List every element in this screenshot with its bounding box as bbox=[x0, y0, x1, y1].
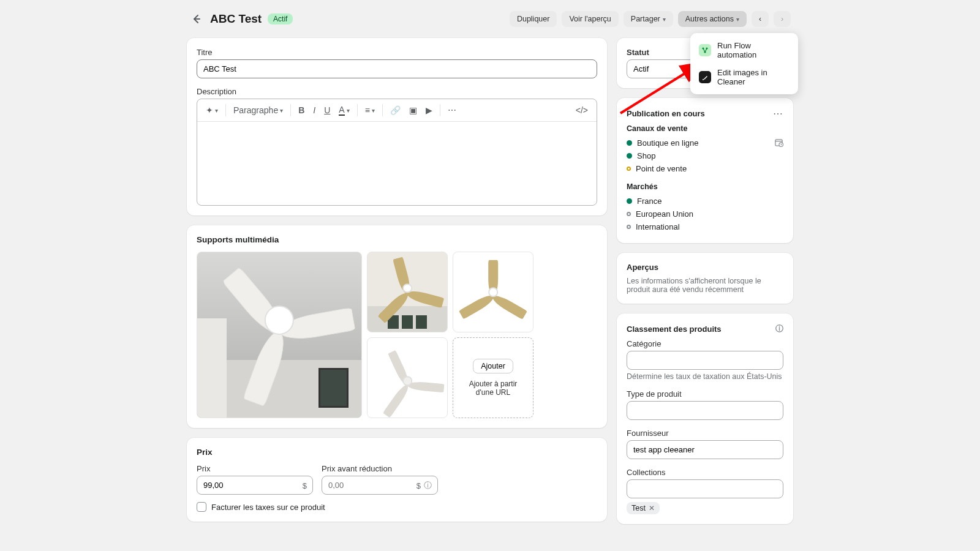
underline-icon: U bbox=[324, 105, 330, 115]
rte-video[interactable]: ▶ bbox=[422, 103, 436, 118]
status-dot-hollow bbox=[627, 225, 631, 229]
chevron-left-icon: ‹ bbox=[759, 15, 761, 23]
collections-input[interactable] bbox=[627, 479, 783, 498]
description-editor: ✦▾ Paragraphe▾ B I U A▾ ≡▾ 🔗 bbox=[197, 99, 597, 206]
chevron-down-icon: ▾ bbox=[347, 107, 350, 114]
preview-button[interactable]: Voir l'aperçu bbox=[562, 11, 618, 27]
market-international: International bbox=[627, 220, 783, 233]
arrow-left-icon bbox=[192, 14, 202, 24]
prev-product-button[interactable]: ‹ bbox=[752, 11, 769, 27]
description-field-label: Description bbox=[197, 87, 597, 96]
media-thumbnail-2[interactable] bbox=[367, 252, 448, 332]
channel-pos: Point de vente bbox=[627, 162, 783, 175]
menu-item-edit-in-cleaner[interactable]: Edit images in Cleaner bbox=[694, 64, 794, 91]
chevron-down-icon: ▾ bbox=[736, 16, 739, 23]
charge-tax-checkbox[interactable] bbox=[197, 502, 206, 512]
info-icon[interactable]: ⓘ bbox=[775, 323, 783, 334]
rte-image[interactable]: ▣ bbox=[405, 103, 421, 118]
more-icon: ⋯ bbox=[448, 105, 456, 115]
rte-toolbar: ✦▾ Paragraphe▾ B I U A▾ ≡▾ 🔗 bbox=[197, 99, 597, 122]
compare-price-label: Prix avant réduction bbox=[322, 464, 438, 473]
insights-card: Aperçus Les informations s'afficheront l… bbox=[617, 253, 793, 304]
more-actions-button[interactable]: Autres actions ▾ bbox=[678, 11, 747, 27]
schedule-icon[interactable] bbox=[774, 138, 783, 149]
rte-link[interactable]: 🔗 bbox=[386, 103, 404, 118]
text-color-icon: A bbox=[339, 105, 344, 116]
chevron-down-icon: ▾ bbox=[372, 107, 375, 114]
rte-ai-button[interactable]: ✦▾ bbox=[202, 103, 222, 118]
info-icon[interactable]: ⓘ bbox=[424, 480, 432, 491]
back-button[interactable] bbox=[189, 12, 204, 26]
pricing-card: Prix Prix $ Prix avant réduction $ bbox=[187, 438, 607, 522]
chevron-down-icon: ▾ bbox=[663, 16, 666, 23]
product-type-input[interactable] bbox=[627, 401, 783, 420]
publishing-card: Publication en cours ⋯ Canaux de vente B… bbox=[617, 98, 793, 243]
rte-color[interactable]: A▾ bbox=[335, 102, 353, 118]
product-type-label: Type de produit bbox=[627, 389, 783, 399]
publishing-more-button[interactable]: ⋯ bbox=[773, 108, 783, 119]
rte-editable-area[interactable] bbox=[197, 122, 597, 205]
svg-point-3 bbox=[703, 79, 704, 80]
next-product-button[interactable]: › bbox=[774, 11, 791, 27]
channel-name: Shop bbox=[637, 151, 655, 160]
media-add-tile[interactable]: Ajouter Ajouter à partir d'une URL bbox=[453, 337, 533, 418]
separator bbox=[357, 104, 358, 116]
media-card: Supports multimédia bbox=[187, 225, 607, 428]
market-name: International bbox=[636, 222, 680, 231]
category-label: Catégorie bbox=[627, 339, 783, 348]
title-input[interactable] bbox=[197, 59, 597, 78]
page-title: ABC Test bbox=[210, 12, 262, 26]
markets-label: Marchés bbox=[627, 182, 783, 191]
flow-app-icon bbox=[699, 44, 711, 56]
category-hint: Détermine les taux de taxation aux États… bbox=[627, 372, 783, 381]
media-add-button[interactable]: Ajouter bbox=[473, 359, 513, 373]
pricing-heading: Prix bbox=[197, 448, 597, 457]
rte-html[interactable]: </> bbox=[572, 103, 592, 118]
rte-paragraph-select[interactable]: Paragraphe▾ bbox=[230, 103, 287, 118]
menu-item-run-flow[interactable]: Run Flow automation bbox=[694, 37, 794, 64]
duplicate-button[interactable]: Dupliquer bbox=[510, 11, 557, 27]
share-button[interactable]: Partager ▾ bbox=[624, 11, 673, 27]
status-dot-yellow bbox=[627, 167, 631, 171]
italic-icon: I bbox=[313, 105, 315, 115]
publishing-heading: Publication en cours bbox=[627, 109, 705, 118]
status-dot-green bbox=[627, 198, 632, 204]
media-add-from-url[interactable]: Ajouter à partir d'une URL bbox=[453, 380, 533, 397]
cleaner-app-icon bbox=[699, 71, 711, 83]
video-icon: ▶ bbox=[426, 105, 432, 115]
rte-more[interactable]: ⋯ bbox=[444, 103, 460, 118]
separator bbox=[290, 104, 291, 116]
rte-align[interactable]: ≡▾ bbox=[361, 103, 379, 118]
chevron-down-icon: ▾ bbox=[215, 107, 218, 114]
currency-symbol: $ bbox=[417, 481, 421, 490]
media-thumbnail-4[interactable] bbox=[367, 337, 448, 418]
market-eu: European Union bbox=[627, 208, 783, 220]
title-description-card: Titre Description ✦▾ Paragraphe▾ B I bbox=[187, 38, 607, 216]
rte-italic[interactable]: I bbox=[309, 103, 319, 118]
sparkle-icon: ✦ bbox=[206, 105, 213, 115]
category-input[interactable] bbox=[627, 351, 783, 370]
rte-underline[interactable]: U bbox=[320, 103, 334, 118]
bold-icon: B bbox=[298, 105, 304, 115]
vendor-label: Fournisseur bbox=[627, 429, 783, 438]
price-input[interactable] bbox=[197, 476, 313, 495]
more-actions-label: Autres actions bbox=[685, 15, 734, 23]
chevron-down-icon: ▾ bbox=[280, 107, 283, 114]
code-icon: </> bbox=[576, 105, 588, 115]
vendor-input[interactable] bbox=[627, 440, 783, 459]
channel-name: Point de vente bbox=[636, 164, 687, 173]
more-actions-menu: Run Flow automation Edit images in Clean… bbox=[690, 33, 798, 94]
align-icon: ≡ bbox=[365, 105, 370, 115]
menu-item-label: Edit images in Cleaner bbox=[717, 68, 790, 86]
chevron-right-icon: › bbox=[781, 15, 783, 23]
image-icon: ▣ bbox=[409, 105, 417, 115]
market-name: European Union bbox=[636, 209, 693, 219]
collection-tag: Test ✕ bbox=[627, 502, 660, 514]
insights-heading: Aperçus bbox=[627, 263, 658, 272]
media-thumbnail-1[interactable] bbox=[197, 252, 362, 418]
media-thumbnail-3[interactable] bbox=[453, 252, 533, 332]
rte-bold[interactable]: B bbox=[295, 103, 308, 118]
status-badge: Actif bbox=[268, 13, 293, 24]
tag-remove-button[interactable]: ✕ bbox=[649, 504, 655, 512]
channel-name: Boutique en ligne bbox=[637, 138, 698, 148]
